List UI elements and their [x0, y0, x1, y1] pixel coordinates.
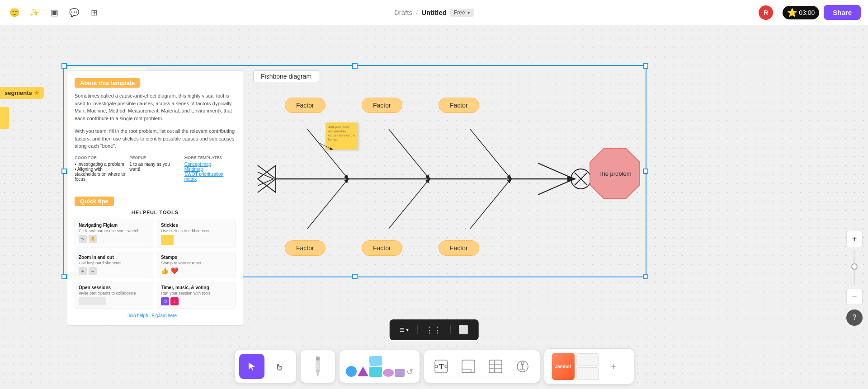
select-tools-group: [234, 350, 297, 383]
sparkle-icon[interactable]: ✨: [27, 5, 42, 20]
shapes-tool-button[interactable]: ↺: [344, 354, 415, 379]
timer-value: 03:00: [799, 9, 815, 16]
svg-line-7: [389, 129, 429, 179]
svg-point-26: [435, 365, 438, 368]
chat-icon[interactable]: 💬: [67, 5, 81, 20]
selection-handle-tm[interactable]: [352, 63, 358, 69]
float-align-button[interactable]: ≡ ▾: [397, 323, 412, 337]
zoom-controls: + − ?: [846, 231, 863, 326]
tip-2: Stickies Use stickies to add content: [157, 220, 236, 248]
people-value: 1 to as many as you want!: [129, 162, 180, 172]
tip-1: Navigating Figiam Click and pan or use s…: [75, 220, 153, 248]
tip-6: Timer, music, & voting Run your session …: [157, 282, 236, 309]
svg-rect-23: [316, 357, 320, 361]
about-section: About this template Sometimes called a c…: [67, 71, 243, 189]
svg-marker-22: [316, 370, 320, 376]
svg-rect-29: [489, 360, 502, 373]
pen-tool-button[interactable]: [305, 354, 330, 379]
select-tool-button[interactable]: [239, 354, 264, 379]
hand-tool-button[interactable]: [266, 354, 292, 379]
diagram-title-badge: Fishbone diagram: [253, 70, 319, 86]
zoom-out-button[interactable]: −: [846, 289, 863, 305]
left-panel: About this template Sometimes called a c…: [67, 70, 243, 326]
good-for-item-1: • Investigating a problem: [75, 162, 126, 167]
canvas[interactable]: segments ★ 💡 Click each section and pres…: [0, 25, 868, 389]
helpful-tools-label: HELPFUL TOOLS: [75, 210, 236, 215]
topbar: 🙂 ✨ ▣ 💬 ⊞ Drafts / Untitled Free ▾ R ⭐ 0…: [0, 0, 868, 25]
layout-icon[interactable]: ▣: [47, 5, 61, 20]
svg-line-11: [470, 179, 511, 229]
emoji-icon[interactable]: 🙂: [7, 5, 22, 20]
topbar-center: Drafts / Untitled Free ▾: [394, 9, 474, 17]
breadcrumb-sep: /: [416, 9, 418, 16]
tips-section: Quick tips HELPFUL TOOLS Navigating Figi…: [67, 189, 243, 325]
segments-label[interactable]: segments ★: [0, 87, 44, 99]
sticker-item-2[interactable]: [576, 367, 599, 380]
quick-tips-tag: Quick tips: [75, 197, 114, 206]
sticker-thumbnail[interactable]: Jambot: [552, 353, 575, 380]
svg-line-6: [307, 129, 348, 179]
plus-frame-icon[interactable]: ⊞: [87, 5, 101, 20]
float-toolbar: ≡ ▾ ⋮⋮ ⬜: [390, 319, 479, 340]
plan-badge[interactable]: Free ▾: [450, 9, 474, 17]
template-link-2[interactable]: Mindmap: [184, 167, 236, 172]
float-divider-2: [450, 325, 450, 334]
topbar-left: 🙂 ✨ ▣ 💬 ⊞: [7, 5, 101, 20]
svg-line-18: [538, 179, 574, 195]
zoom-thumb[interactable]: [851, 263, 858, 270]
breadcrumb-root[interactable]: Drafts: [394, 9, 412, 16]
svg-point-34: [521, 362, 524, 365]
about-grid: GOOD FOR • Investigating a problem • Ali…: [75, 155, 236, 182]
share-button[interactable]: Share: [824, 5, 861, 20]
yellow-strip: [0, 107, 9, 129]
text-tool-button[interactable]: T: [429, 354, 454, 379]
svg-line-9: [307, 179, 348, 229]
tip-5: Open sessions Invite participants to col…: [75, 282, 153, 309]
tip-4: Stamps Stamp to vote or react 👍 ❤️: [157, 252, 236, 278]
svg-line-12: [319, 143, 332, 150]
people-col: PEOPLE 1 to as many as you want!: [129, 155, 180, 182]
svg-line-8: [470, 129, 511, 179]
diagram-title: Fishbone diagram: [253, 70, 319, 82]
text-tools-group: T: [424, 350, 540, 383]
problem-shape[interactable]: The problem: [588, 146, 642, 202]
svg-line-17: [538, 163, 574, 179]
timer-widget[interactable]: ⭐ 03:00: [783, 6, 819, 19]
selection-handle-bl[interactable]: [61, 274, 67, 279]
pen-tools-group: [300, 350, 335, 383]
tip-3: Zoom in and out Use keyboard shortcuts +…: [75, 252, 153, 278]
zoom-in-button[interactable]: +: [846, 231, 863, 247]
help-button[interactable]: ?: [846, 309, 863, 326]
fishbone-svg: [249, 84, 646, 274]
footer-link[interactable]: Join helpful FigJam here →: [75, 313, 236, 318]
template-link-1[interactable]: Concept map: [184, 162, 236, 167]
template-tool-button[interactable]: [510, 354, 535, 379]
selection-handle-tr[interactable]: [643, 63, 648, 69]
sticker-tools-group: Jambot +: [544, 348, 634, 384]
about-desc2: With you team, fill in the root problem,…: [75, 127, 236, 150]
float-grid-button[interactable]: ⋮⋮: [423, 323, 444, 337]
document-title[interactable]: Untitled: [421, 9, 447, 16]
shape-tools-group: ↺: [339, 350, 420, 383]
good-for-item-2: • Aligning with stakeholders on where to…: [75, 167, 126, 182]
table-tool-button[interactable]: [483, 354, 508, 379]
user-avatar[interactable]: R: [759, 5, 773, 20]
sticker-item-1[interactable]: [576, 353, 599, 366]
svg-line-10: [389, 179, 429, 229]
selection-handle-ml[interactable]: [61, 169, 67, 174]
about-desc: Sometimes called a cause-and-effect diag…: [75, 92, 236, 122]
svg-text:T: T: [439, 363, 443, 370]
zoom-track: [854, 250, 855, 286]
more-templates-col: MORE TEMPLATES Concept map Mindmap SWOT …: [184, 155, 236, 182]
selection-handle-tl[interactable]: [61, 63, 67, 69]
about-tag: About this template: [75, 78, 140, 88]
sticky-tool-button[interactable]: [456, 354, 481, 379]
good-for-col: GOOD FOR • Investigating a problem • Ali…: [75, 155, 126, 182]
float-frame-button[interactable]: ⬜: [456, 323, 471, 337]
bottom-toolbar: ↺ T: [0, 344, 868, 389]
topbar-right: R ⭐ 03:00 Share: [759, 5, 861, 20]
sticker-add-button[interactable]: +: [601, 354, 626, 379]
template-link-3[interactable]: SWOT prioritization matrix: [184, 172, 236, 182]
svg-text:The problem: The problem: [599, 170, 632, 177]
fishbone-area: Fishbone diagram Factor Factor Factor Fa…: [249, 70, 646, 278]
